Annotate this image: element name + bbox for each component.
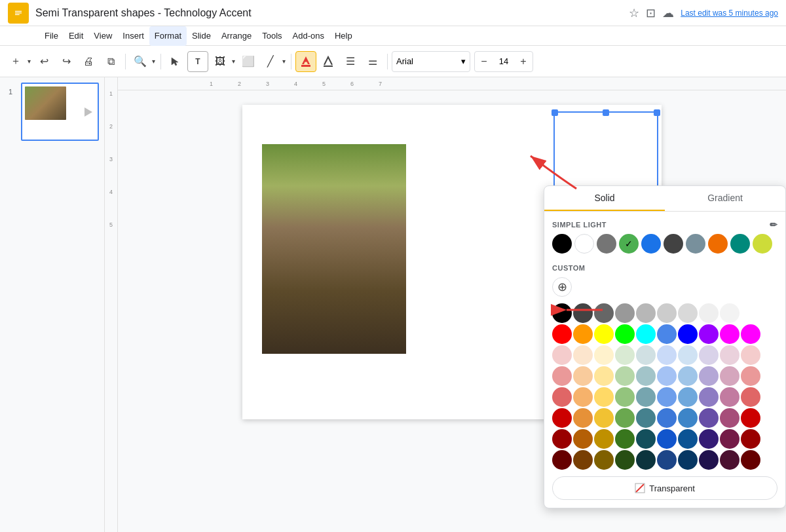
grid-swatch-0-3[interactable] <box>615 303 635 323</box>
grid-swatch-4-0[interactable] <box>552 387 572 407</box>
simple-color-swatch-7[interactable] <box>708 234 728 254</box>
grid-swatch-4-7[interactable] <box>699 387 719 407</box>
menu-edit[interactable]: Edit <box>64 26 88 46</box>
grid-swatch-6-8[interactable] <box>720 429 739 449</box>
grid-swatch-2-2[interactable] <box>594 345 614 365</box>
edit-pencil-icon[interactable]: ✏ <box>770 219 778 230</box>
grid-swatch-6-6[interactable] <box>678 429 698 449</box>
simple-color-swatch-9[interactable] <box>753 234 772 254</box>
menu-help[interactable]: Help <box>329 26 358 46</box>
grid-swatch-0-9[interactable] <box>741 303 760 323</box>
menu-format[interactable]: Format <box>149 26 187 46</box>
grid-swatch-1-6[interactable] <box>678 324 698 344</box>
shapes-button[interactable]: ⬜ <box>238 51 259 72</box>
grid-swatch-5-6[interactable] <box>678 408 698 428</box>
grid-swatch-5-8[interactable] <box>720 408 739 428</box>
menu-file[interactable]: File <box>39 26 64 46</box>
grid-swatch-6-4[interactable] <box>636 429 656 449</box>
zoom-button[interactable]: 🔍 ▾ <box>130 51 157 72</box>
simple-color-swatch-0[interactable] <box>552 234 572 254</box>
grid-swatch-2-1[interactable] <box>573 345 593 365</box>
grid-swatch-2-4[interactable] <box>636 345 656 365</box>
grid-swatch-5-4[interactable] <box>636 408 656 428</box>
fill-color-button[interactable] <box>295 51 316 72</box>
handle-tm[interactable] <box>603 109 609 116</box>
menu-slide[interactable]: Slide <box>187 26 216 46</box>
font-name-selector[interactable]: Arial ▾ <box>392 51 470 72</box>
grid-swatch-1-5[interactable] <box>657 324 677 344</box>
grid-swatch-7-4[interactable] <box>636 450 656 470</box>
simple-color-swatch-5[interactable] <box>664 234 683 254</box>
grid-swatch-6-0[interactable] <box>552 429 572 449</box>
grid-swatch-6-3[interactable] <box>615 429 635 449</box>
star-icon[interactable]: ☆ <box>629 6 639 20</box>
grid-swatch-7-3[interactable] <box>615 450 635 470</box>
grid-swatch-4-5[interactable] <box>657 387 677 407</box>
grid-swatch-6-9[interactable] <box>741 429 760 449</box>
grid-swatch-5-2[interactable] <box>594 408 614 428</box>
grid-swatch-1-3[interactable] <box>615 324 635 344</box>
handle-tl[interactable] <box>552 109 558 116</box>
grid-swatch-0-7[interactable] <box>699 303 719 323</box>
grid-swatch-4-1[interactable] <box>573 387 593 407</box>
tab-solid[interactable]: Solid <box>544 186 665 211</box>
select-tool-button[interactable] <box>165 51 186 72</box>
print-button[interactable]: 🖨 <box>78 51 99 72</box>
paint-format-button[interactable]: ⧉ <box>100 51 121 72</box>
grid-swatch-1-1[interactable] <box>573 324 593 344</box>
slide-thumbnail-1[interactable] <box>21 83 99 141</box>
grid-swatch-0-4[interactable] <box>636 303 656 323</box>
grid-swatch-7-9[interactable] <box>741 450 760 470</box>
grid-swatch-0-2[interactable] <box>594 303 614 323</box>
grid-swatch-2-3[interactable] <box>615 345 635 365</box>
menu-tools[interactable]: Tools <box>257 26 287 46</box>
menu-arrange[interactable]: Arrange <box>216 26 257 46</box>
grid-swatch-7-5[interactable] <box>657 450 677 470</box>
grid-swatch-7-1[interactable] <box>573 450 593 470</box>
grid-swatch-3-3[interactable] <box>615 366 635 386</box>
grid-swatch-5-1[interactable] <box>573 408 593 428</box>
add-custom-color-button[interactable]: ⊕ <box>552 277 572 297</box>
font-size-input[interactable] <box>493 56 514 66</box>
grid-swatch-3-9[interactable] <box>741 366 760 386</box>
redo-button[interactable]: ↪ <box>56 51 77 72</box>
grid-swatch-7-8[interactable] <box>720 450 739 470</box>
grid-swatch-4-8[interactable] <box>720 387 739 407</box>
grid-swatch-1-2[interactable] <box>594 324 614 344</box>
insert-button[interactable]: ＋ ▾ <box>5 51 32 72</box>
border-color-button[interactable] <box>318 51 339 72</box>
grid-swatch-3-6[interactable] <box>678 366 698 386</box>
grid-swatch-5-7[interactable] <box>699 408 719 428</box>
handle-tr[interactable] <box>654 109 660 116</box>
simple-color-swatch-6[interactable] <box>686 234 705 254</box>
grid-swatch-2-5[interactable] <box>657 345 677 365</box>
grid-swatch-6-1[interactable] <box>573 429 593 449</box>
grid-swatch-5-3[interactable] <box>615 408 635 428</box>
grid-swatch-3-1[interactable] <box>573 366 593 386</box>
history-icon[interactable]: ⊡ <box>646 6 656 20</box>
grid-swatch-4-4[interactable] <box>636 387 656 407</box>
grid-swatch-3-2[interactable] <box>594 366 614 386</box>
image-button[interactable]: 🖼 ▾ <box>210 51 236 72</box>
grid-swatch-3-4[interactable] <box>636 366 656 386</box>
grid-swatch-2-7[interactable] <box>699 345 719 365</box>
simple-color-swatch-8[interactable] <box>730 234 750 254</box>
grid-swatch-0-1[interactable] <box>573 303 593 323</box>
grid-swatch-4-6[interactable] <box>678 387 698 407</box>
grid-swatch-6-2[interactable] <box>594 429 614 449</box>
grid-swatch-7-2[interactable] <box>594 450 614 470</box>
grid-swatch-1-8[interactable] <box>720 324 739 344</box>
grid-swatch-0-5[interactable] <box>657 303 677 323</box>
grid-swatch-4-2[interactable] <box>594 387 614 407</box>
grid-swatch-1-7[interactable] <box>699 324 719 344</box>
grid-swatch-1-4[interactable] <box>636 324 656 344</box>
grid-swatch-3-8[interactable] <box>720 366 739 386</box>
border-weight-button[interactable]: ☰ <box>340 51 361 72</box>
border-dash-button[interactable]: ⚌ <box>362 51 383 72</box>
grid-swatch-2-0[interactable] <box>552 345 572 365</box>
transparent-button[interactable]: Transparent <box>552 476 777 500</box>
font-size-decrease[interactable]: − <box>475 51 493 72</box>
simple-color-swatch-4[interactable] <box>641 234 661 254</box>
menu-addons[interactable]: Add-ons <box>288 26 329 46</box>
menu-view[interactable]: View <box>88 26 117 46</box>
